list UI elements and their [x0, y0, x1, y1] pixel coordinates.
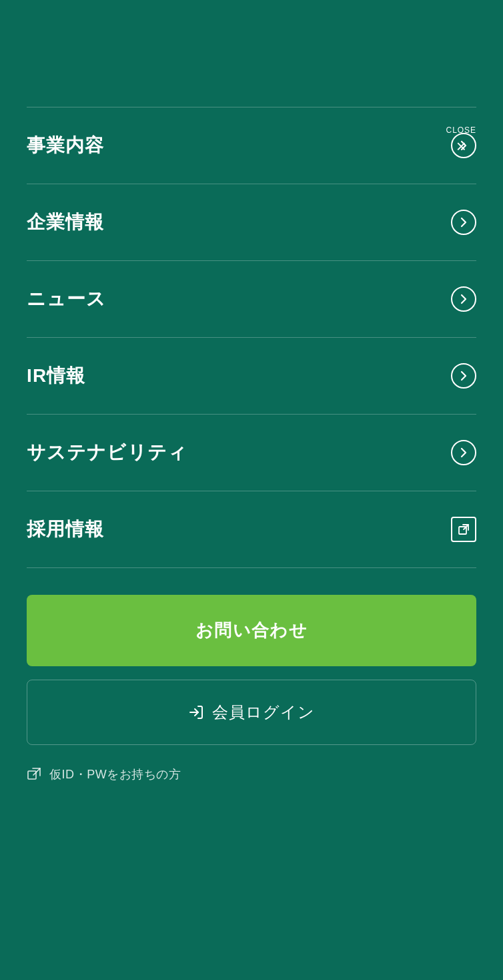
svg-rect-3 — [28, 771, 36, 779]
menu-overlay: CLOSE × 事業内容 企業情報 ニュース — [0, 107, 503, 980]
contact-button[interactable]: お問い合わせ — [27, 595, 476, 666]
login-button[interactable]: 会員ログイン — [27, 680, 476, 745]
nav-label-business: 事業内容 — [27, 133, 104, 158]
nav-item-recruitment[interactable]: 採用情報 — [27, 491, 476, 568]
nav-item-news[interactable]: ニュース — [27, 261, 476, 338]
close-icon: × — [456, 138, 466, 155]
arrow-icon-news — [451, 286, 476, 312]
arrow-icon-sustainability — [451, 440, 476, 465]
cta-section: お問い合わせ 会員ログイン — [27, 595, 476, 745]
nav-item-ir[interactable]: IR情報 — [27, 338, 476, 415]
nav-list: 事業内容 企業情報 ニュース IR情報 — [27, 107, 476, 568]
nav-label-sustainability: サステナビリティ — [27, 440, 187, 465]
close-button[interactable]: CLOSE × — [446, 126, 476, 155]
login-icon — [188, 704, 204, 720]
nav-label-recruitment: 採用情報 — [27, 517, 104, 542]
nav-item-business[interactable]: 事業内容 — [27, 107, 476, 184]
svg-line-4 — [33, 768, 40, 775]
arrow-icon-company — [451, 210, 476, 235]
login-label: 会員ログイン — [212, 702, 315, 723]
nav-item-company[interactable]: 企業情報 — [27, 184, 476, 261]
external-icon-recruitment — [451, 517, 476, 542]
close-label: CLOSE — [446, 126, 476, 135]
nav-item-sustainability[interactable]: サステナビリティ — [27, 415, 476, 491]
temp-id-section[interactable]: 仮ID・PWをお持ちの方 — [27, 766, 476, 782]
nav-label-company: 企業情報 — [27, 210, 104, 235]
nav-label-news: ニュース — [27, 286, 106, 312]
temp-id-label: 仮ID・PWをお持ちの方 — [49, 766, 181, 782]
temp-id-external-icon — [27, 767, 41, 782]
nav-label-ir: IR情報 — [27, 363, 85, 389]
arrow-icon-ir — [451, 363, 476, 389]
